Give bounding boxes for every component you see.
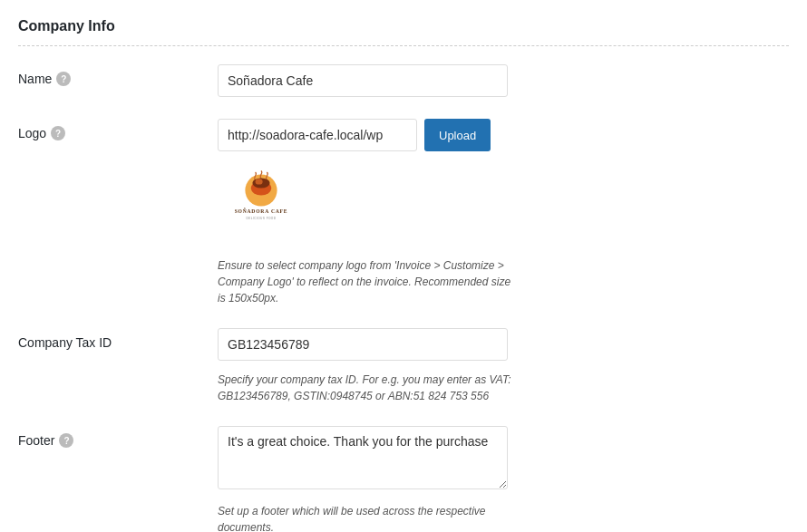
logo-help-text: Ensure to select company logo from 'Invo…	[218, 257, 517, 306]
logo-url-input[interactable]	[218, 119, 417, 151]
upload-button[interactable]: Upload	[424, 119, 491, 151]
tax-id-label-col: Company Tax ID	[18, 328, 218, 350]
tax-id-label: Company Tax ID	[18, 335, 112, 350]
logo-url-row: Upload	[218, 119, 789, 151]
footer-textarea[interactable]	[218, 426, 508, 489]
logo-image: SOÑADORA CAFE DELICIOUS FOOD	[225, 169, 297, 233]
svg-text:DELICIOUS FOOD: DELICIOUS FOOD	[247, 217, 277, 220]
footer-label-col: Footer ?	[18, 426, 218, 448]
footer-help-text: Set up a footer which will be used acros…	[218, 503, 517, 532]
logo-field-row: Logo ? Upload	[18, 119, 789, 306]
footer-help-icon[interactable]: ?	[59, 433, 73, 448]
logo-preview: SOÑADORA CAFE DELICIOUS FOOD	[218, 162, 789, 243]
logo-label: Logo	[18, 126, 46, 140]
section-title: Company Info	[18, 18, 789, 34]
company-info-page: Company Info Name ? Logo ? Upload	[0, 0, 807, 532]
name-input[interactable]	[218, 64, 508, 97]
name-help-icon[interactable]: ?	[56, 72, 71, 86]
logo-input-col: Upload SOÑADORA	[218, 119, 789, 306]
tax-id-field-row: Company Tax ID Specify your company tax …	[18, 328, 789, 404]
name-input-col	[218, 64, 789, 97]
tax-id-input[interactable]	[218, 328, 508, 361]
logo-label-col: Logo ?	[18, 119, 218, 140]
name-label-col: Name ?	[18, 64, 218, 86]
tax-id-help-text: Specify your company tax ID. For e.g. yo…	[218, 372, 517, 404]
section-divider	[18, 45, 789, 46]
name-field-row: Name ?	[18, 64, 789, 97]
footer-field-row: Footer ? Set up a footer which will be u…	[18, 426, 789, 532]
footer-label: Footer	[18, 433, 54, 448]
svg-text:SOÑADORA CAFE: SOÑADORA CAFE	[235, 208, 288, 214]
footer-input-col: Set up a footer which will be used acros…	[218, 426, 789, 532]
logo-help-icon[interactable]: ?	[51, 126, 65, 140]
tax-id-input-col: Specify your company tax ID. For e.g. yo…	[218, 328, 789, 404]
name-label: Name	[18, 72, 52, 86]
svg-point-3	[256, 179, 263, 184]
